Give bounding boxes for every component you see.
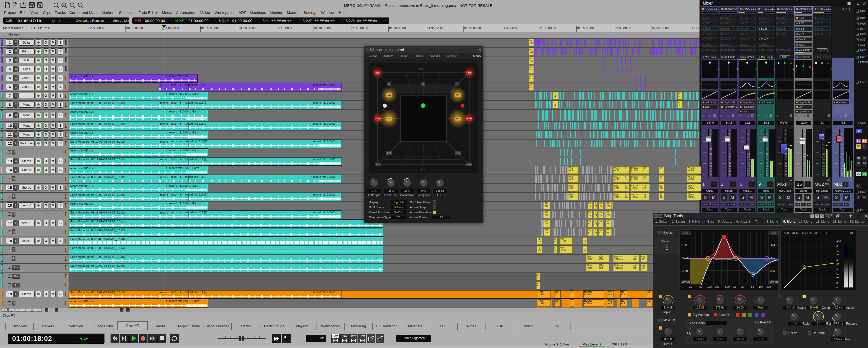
svg-text:−: − — [79, 3, 81, 7]
svg-text:+: + — [71, 3, 73, 7]
